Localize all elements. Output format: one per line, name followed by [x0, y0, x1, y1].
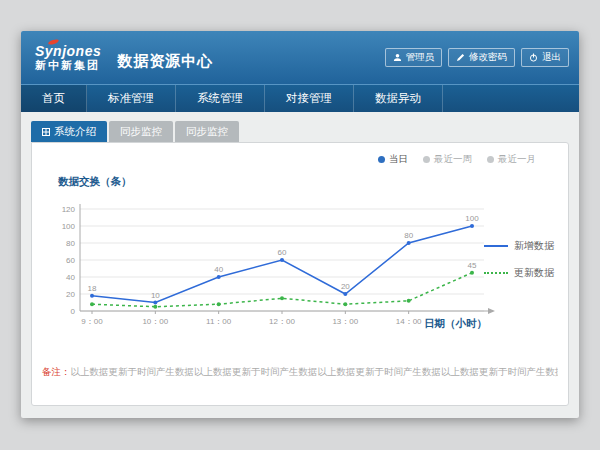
- logout-label: 退出: [542, 51, 561, 64]
- tab-sync-monitor-1[interactable]: 同步监控: [109, 121, 173, 142]
- period-option-last-week[interactable]: 最近一周: [423, 153, 472, 166]
- period-today-label: 当日: [389, 153, 408, 166]
- svg-text:45: 45: [468, 261, 477, 270]
- svg-text:100: 100: [62, 222, 76, 231]
- svg-text:11：00: 11：00: [206, 317, 232, 326]
- pencil-icon: [456, 53, 465, 62]
- nav-item-standard-mgmt[interactable]: 标准管理: [87, 85, 176, 112]
- svg-text:0: 0: [71, 307, 76, 316]
- svg-text:20: 20: [341, 282, 350, 291]
- nav-item-system-mgmt[interactable]: 系统管理: [176, 85, 265, 112]
- svg-text:40: 40: [214, 265, 223, 274]
- tab-system-intro[interactable]: 系统介绍: [31, 121, 107, 142]
- svg-text:40: 40: [66, 273, 75, 282]
- brand-name: Synjones: [35, 43, 101, 59]
- brand-name-text: Synjones: [35, 43, 101, 59]
- nav-item-home[interactable]: 首页: [21, 85, 87, 112]
- content-area: 系统介绍 同步监控 同步监控 当日 最近一周: [21, 112, 579, 418]
- period-option-today[interactable]: 当日: [378, 153, 408, 166]
- series-legend: 新增数据 更新数据: [484, 239, 554, 280]
- svg-text:20: 20: [66, 290, 75, 299]
- app-header: Synjones 新中新集团 数据资源中心 管理员 修改密码: [21, 31, 579, 84]
- legend-item-new-data[interactable]: 新增数据: [484, 239, 554, 253]
- svg-text:14：00: 14：00: [396, 317, 422, 326]
- logo: Synjones 新中新集团: [35, 43, 101, 72]
- tab-bar: 系统介绍 同步监控 同步监控: [31, 121, 569, 142]
- period-dot-last-month: [487, 156, 494, 163]
- footer-note-text: 以上数据更新于时间产生数据以上数据更新于时间产生数据以上数据更新于时间产生数据以…: [71, 366, 559, 377]
- period-dot-today: [378, 156, 385, 163]
- x-axis-title: 日期（小时）: [424, 317, 487, 331]
- legend-updated-data-label: 更新数据: [514, 266, 554, 280]
- legend-line-updated-data: [484, 272, 508, 274]
- svg-text:120: 120: [62, 205, 76, 214]
- nav-item-data-change[interactable]: 数据异动: [354, 85, 443, 112]
- svg-text:60: 60: [66, 256, 75, 265]
- grid-icon: [42, 128, 50, 136]
- svg-text:18: 18: [88, 284, 97, 293]
- svg-text:9：00: 9：00: [81, 317, 103, 326]
- footer-note-label: 备注：: [42, 366, 71, 377]
- tab-sync-monitor-2[interactable]: 同步监控: [175, 121, 239, 142]
- y-axis-title: 数据交换（条）: [58, 175, 132, 189]
- legend-item-updated-data[interactable]: 更新数据: [484, 266, 554, 280]
- footer-note: 备注：以上数据更新于时间产生数据以上数据更新于时间产生数据以上数据更新于时间产生…: [42, 366, 558, 379]
- svg-text:80: 80: [404, 231, 413, 240]
- period-dot-last-week: [423, 156, 430, 163]
- brand-company-name: 新中新集团: [35, 59, 101, 72]
- header-actions: 管理员 修改密码 退出: [385, 48, 570, 67]
- tab-sync-monitor-1-label: 同步监控: [120, 121, 162, 142]
- user-icon: [393, 53, 402, 62]
- page-title: 数据资源中心: [117, 52, 213, 71]
- admin-button-label: 管理员: [406, 51, 435, 64]
- svg-text:10: 10: [151, 291, 160, 300]
- chart-panel: 当日 最近一周 最近一月 数据交换（条） 0204060801001209：00…: [31, 142, 569, 406]
- svg-text:60: 60: [278, 248, 287, 257]
- svg-text:80: 80: [66, 239, 75, 248]
- legend-line-new-data: [484, 245, 508, 247]
- svg-text:13：00: 13：00: [332, 317, 358, 326]
- logout-button[interactable]: 退出: [521, 48, 569, 67]
- change-password-button[interactable]: 修改密码: [448, 48, 515, 67]
- admin-button[interactable]: 管理员: [385, 48, 443, 67]
- period-last-week-label: 最近一周: [434, 153, 472, 166]
- legend-new-data-label: 新增数据: [514, 239, 554, 253]
- main-nav: 首页 标准管理 系统管理 对接管理 数据异动: [21, 84, 579, 112]
- nav-item-connect-mgmt[interactable]: 对接管理: [265, 85, 354, 112]
- app-window: Synjones 新中新集团 数据资源中心 管理员 修改密码: [21, 31, 579, 418]
- period-legend: 当日 最近一周 最近一月: [378, 153, 536, 166]
- period-last-month-label: 最近一月: [498, 153, 536, 166]
- tab-sync-monitor-2-label: 同步监控: [186, 121, 228, 142]
- svg-text:12：00: 12：00: [269, 317, 295, 326]
- svg-text:10：00: 10：00: [142, 317, 168, 326]
- tab-system-intro-label: 系统介绍: [54, 121, 96, 142]
- period-option-last-month[interactable]: 最近一月: [487, 153, 536, 166]
- svg-text:100: 100: [465, 214, 479, 223]
- power-icon: [529, 53, 538, 62]
- change-password-label: 修改密码: [469, 51, 507, 64]
